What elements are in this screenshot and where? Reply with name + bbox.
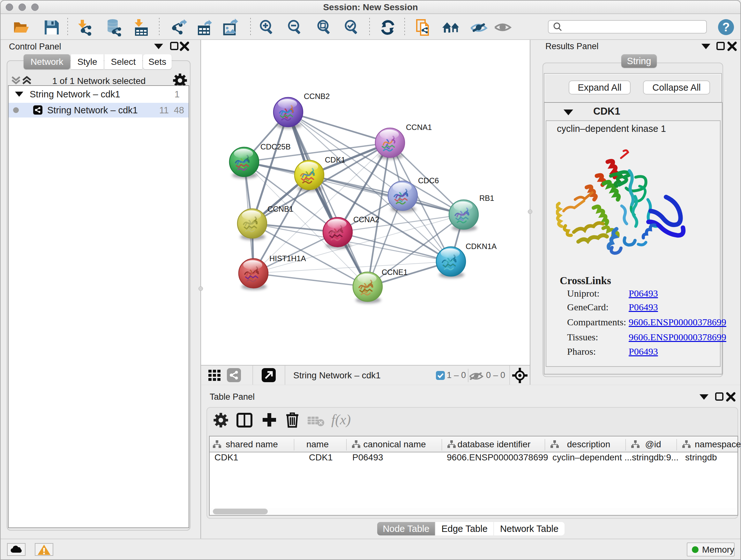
svg-text:CCNB2: CCNB2 [304,92,330,101]
svg-text:CDC6: CDC6 [418,176,439,185]
svg-text:CCNA1: CCNA1 [406,123,432,132]
svg-text:?: ? [722,20,730,34]
svg-text:CDC25B: CDC25B [260,142,291,151]
svg-text:CDK1: CDK1 [325,155,345,164]
svg-text:CCNB1: CCNB1 [267,205,293,213]
svg-text:CDKN1A: CDKN1A [466,242,496,251]
svg-text:CCNA2: CCNA2 [353,215,379,224]
svg-text:CCNE1: CCNE1 [382,268,408,276]
svg-text:HIST1H1A: HIST1H1A [269,254,306,263]
svg-text:RB1: RB1 [479,194,494,202]
